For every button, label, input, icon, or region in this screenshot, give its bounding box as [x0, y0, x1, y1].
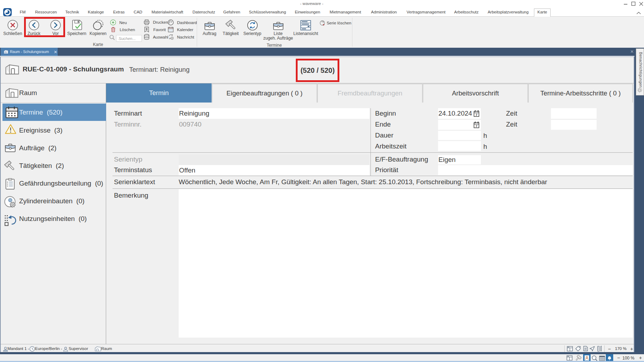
svg-text:7: 7 [476, 113, 477, 117]
svg-text:7: 7 [476, 124, 477, 128]
